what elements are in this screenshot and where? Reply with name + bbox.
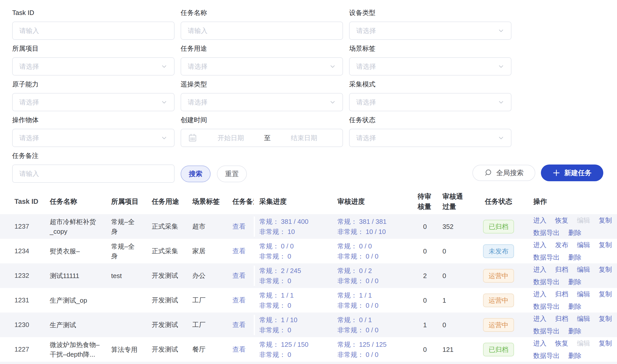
start-date-placeholder[interactable]: 开始日期 — [199, 134, 263, 142]
header-collect-progress: 采集进度 — [254, 197, 337, 206]
action-export-link[interactable]: 数据导出 — [533, 327, 560, 336]
view-note-link[interactable]: 查看 — [232, 321, 246, 329]
task-id-input[interactable] — [12, 22, 175, 40]
collect-mode-select[interactable]: 请选择 — [349, 93, 511, 111]
view-note-link[interactable]: 查看 — [232, 223, 246, 230]
action-copy-link[interactable]: 复制 — [599, 314, 612, 323]
filter-field-scene-tag: 场景标签 请选择 — [349, 44, 511, 76]
table-row: 1227 微波炉加热食物–干扰–depth降... 算法专用 开发测试 餐厅 查… — [0, 337, 617, 362]
new-task-button[interactable]: 新建任务 — [541, 165, 603, 181]
action-copy-link[interactable]: 复制 — [599, 339, 612, 348]
header-status: 任务状态 — [464, 197, 533, 206]
collect-irregular: 非常规： 0 — [259, 251, 337, 261]
search-button[interactable]: 搜索 — [181, 166, 211, 182]
action-export-link[interactable]: 数据导出 — [533, 253, 560, 262]
action-edit-link[interactable]: 编辑 — [577, 265, 590, 274]
action-enter-link[interactable]: 进入 — [533, 241, 546, 249]
chevron-down-icon — [161, 63, 167, 70]
action-delete-link[interactable]: 删除 — [568, 302, 581, 311]
action-enter-link[interactable]: 进入 — [533, 265, 546, 274]
action-enter-link[interactable]: 进入 — [533, 314, 546, 323]
action-state-link[interactable]: 恢复 — [555, 216, 568, 225]
action-export-link[interactable]: 数据导出 — [533, 228, 560, 237]
action-enter-link[interactable]: 进入 — [533, 216, 546, 225]
table-row: 1237 超市冷鲜柜补货_copy 常规–全身 正式采集 超市 查看 常规： 3… — [0, 214, 617, 239]
action-edit-link[interactable]: 编辑 — [577, 241, 590, 249]
action-export-link[interactable]: 数据导出 — [533, 351, 560, 360]
review-irregular: 非常规： 0 / 0 — [337, 276, 414, 286]
project-select[interactable]: 请选择 — [12, 57, 175, 76]
filter-field-device-type: 设备类型 请选择 — [349, 9, 511, 40]
task-id-cell: 1232 — [0, 272, 50, 280]
teleop-type-select[interactable]: 请选择 — [181, 93, 343, 111]
action-delete-link[interactable]: 删除 — [568, 278, 581, 286]
global-search-button[interactable]: 全局搜索 — [472, 165, 535, 181]
select-placeholder: 请选择 — [19, 98, 39, 107]
action-state-link[interactable]: 恢复 — [555, 339, 568, 348]
actions-cell: 进入 归档 编辑 复制 数据导出 删除 — [533, 265, 617, 286]
task-remark-input[interactable] — [12, 165, 175, 183]
action-edit-link[interactable]: 编辑 — [577, 290, 590, 299]
action-delete-link[interactable]: 删除 — [568, 327, 581, 336]
status-cell: 运营中 — [464, 318, 533, 332]
filter-field-purpose: 任务用途 请选择 — [181, 44, 343, 76]
note-cell: 查看 — [232, 320, 254, 329]
action-state-link[interactable]: 归档 — [555, 265, 568, 274]
action-delete-link[interactable]: 删除 — [568, 228, 581, 237]
filter-label: 设备类型 — [349, 9, 511, 17]
view-note-link[interactable]: 查看 — [232, 345, 246, 353]
filter-field-task-status: 任务状态 请选择 — [349, 116, 511, 147]
view-note-link[interactable]: 查看 — [232, 272, 246, 279]
create-time-range-picker[interactable]: 开始日期 至 结束日期 — [181, 129, 343, 147]
action-edit-link[interactable]: 编辑 — [577, 314, 590, 323]
project-cell: 常规–全身 — [111, 242, 152, 261]
collect-progress-cell: 常规： 1 / 10 非常规： 0 — [254, 315, 337, 335]
action-enter-link[interactable]: 进入 — [533, 290, 546, 299]
action-state-link[interactable]: 发布 — [555, 241, 568, 249]
action-copy-link[interactable]: 复制 — [599, 216, 612, 225]
table-row: 1232 测试11111 test 开发测试 办公 查看 常规： 2 / 245… — [0, 263, 617, 288]
action-state-link[interactable]: 归档 — [555, 314, 568, 323]
task-name-input[interactable] — [181, 22, 343, 40]
review-progress-cell: 常规： 1 / 1 非常规： 0 / 0 — [337, 290, 414, 311]
action-state-link[interactable]: 归档 — [555, 290, 568, 299]
action-copy-link[interactable]: 复制 — [599, 265, 612, 274]
action-copy-link[interactable]: 复制 — [599, 241, 612, 249]
note-cell: 查看 — [232, 247, 254, 256]
filter-label: Task ID — [12, 9, 175, 17]
review-progress-cell: 常规： 0 / 2 非常规： 0 / 0 — [337, 266, 414, 286]
filter-label: 任务名称 — [181, 9, 343, 17]
chevron-down-icon — [161, 135, 167, 141]
collect-progress-cell: 常规： 125 / 150 非常规： 0 — [254, 339, 337, 360]
filter-label: 任务用途 — [181, 44, 343, 52]
collect-irregular: 非常规： 0 — [259, 350, 337, 360]
device-type-select[interactable]: 请选择 — [349, 22, 511, 40]
purpose-select[interactable]: 请选择 — [181, 57, 343, 76]
project-cell: test — [111, 271, 152, 281]
action-export-link[interactable]: 数据导出 — [533, 302, 560, 311]
filter-label: 采集模式 — [349, 80, 511, 88]
status-badge: 已归档 — [483, 343, 514, 356]
select-placeholder: 请选择 — [356, 62, 376, 71]
operate-object-select[interactable]: 请选择 — [12, 129, 175, 147]
select-placeholder: 请选择 — [19, 62, 39, 71]
table-body: 1237 超市冷鲜柜补货_copy 常规–全身 正式采集 超市 查看 常规： 3… — [0, 214, 617, 362]
task-status-select[interactable]: 请选择 — [349, 129, 511, 147]
atomic-ability-select[interactable]: 请选择 — [12, 93, 175, 111]
scene-tag-select[interactable]: 请选择 — [349, 57, 511, 76]
header-pending-count: 待审核量 — [414, 191, 436, 212]
end-date-placeholder[interactable]: 结束日期 — [272, 134, 336, 142]
action-delete-link[interactable]: 删除 — [568, 253, 581, 262]
review-irregular: 非常规： 0 / 0 — [337, 325, 414, 335]
action-copy-link[interactable]: 复制 — [599, 290, 612, 299]
note-cell: 查看 — [232, 345, 254, 354]
chevron-down-icon — [498, 27, 504, 34]
reset-button[interactable]: 重置 — [217, 166, 247, 182]
action-export-link[interactable]: 数据导出 — [533, 278, 560, 286]
view-note-link[interactable]: 查看 — [232, 296, 246, 304]
action-enter-link[interactable]: 进入 — [533, 339, 546, 348]
pending-count-cell: 2 — [414, 271, 436, 281]
view-note-link[interactable]: 查看 — [232, 247, 246, 255]
chevron-down-icon — [329, 99, 336, 105]
action-delete-link[interactable]: 删除 — [568, 351, 581, 360]
